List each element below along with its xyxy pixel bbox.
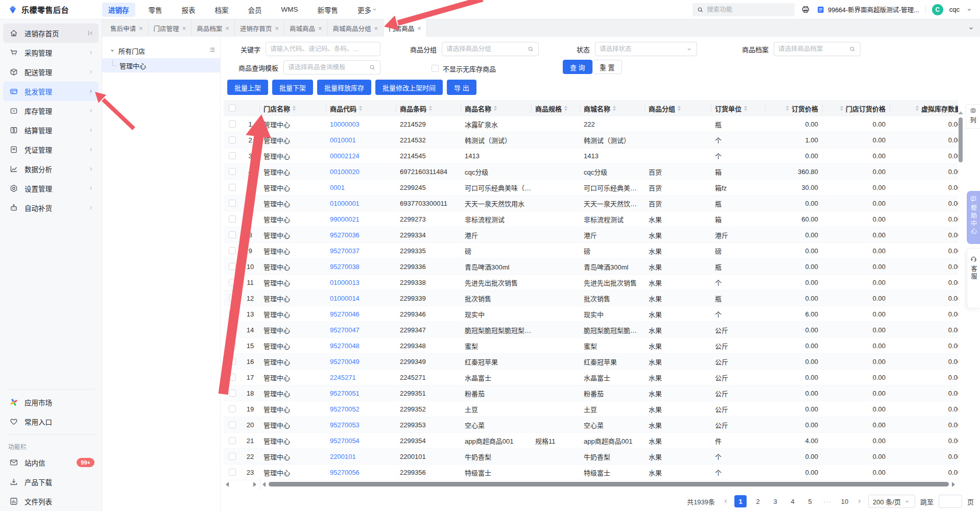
row-checkbox[interactable] — [229, 374, 236, 381]
page-4[interactable]: 4 — [786, 495, 799, 507]
search-button[interactable]: 查 询 — [563, 60, 592, 74]
close-icon[interactable]: × — [417, 25, 421, 32]
nav-retail[interactable]: 零售 — [142, 3, 169, 17]
sidebar-item-favorites[interactable]: 常用入口 — [3, 412, 99, 431]
tab-store-mgmt[interactable]: 门店管理× — [149, 19, 192, 37]
cell-code[interactable]: 01000014 — [326, 295, 396, 302]
row-checkbox[interactable] — [229, 310, 236, 318]
action-export[interactable]: 导 出 — [447, 80, 476, 95]
col-spec[interactable]: 商品规格 — [531, 100, 580, 116]
row-checkbox[interactable] — [229, 405, 236, 412]
cell-code[interactable]: 2245271 — [326, 374, 396, 381]
product-group-input[interactable] — [442, 42, 527, 56]
row-checkbox[interactable] — [229, 358, 236, 365]
tab-list-caret-icon[interactable] — [967, 19, 980, 37]
cell-code[interactable]: 2200101 — [326, 453, 396, 460]
global-search-input[interactable] — [707, 6, 783, 13]
sort-icon[interactable] — [429, 106, 432, 111]
row-checkbox[interactable] — [229, 295, 236, 302]
cell-code[interactable]: 95270038 — [326, 263, 396, 271]
chevron-down-icon[interactable] — [686, 46, 692, 53]
sort-icon[interactable] — [744, 106, 747, 111]
row-checkbox[interactable] — [229, 279, 236, 286]
table-scroll-right-arrow[interactable] — [952, 482, 955, 487]
cell-code[interactable]: 95270053 — [326, 421, 396, 429]
action-batch-release-stock[interactable]: 批量释放库存 — [317, 80, 371, 95]
cell-code[interactable]: 95270049 — [326, 358, 396, 366]
tab-after-sales[interactable]: 售后申请× — [105, 19, 149, 37]
col-store[interactable]: 门店名称 — [259, 100, 326, 116]
sidebar-item-analytics[interactable]: 数据分析 — [3, 159, 99, 179]
close-icon[interactable]: × — [225, 25, 229, 32]
query-template-input[interactable] — [284, 61, 369, 74]
action-batch-off-shelf[interactable]: 批量下架 — [272, 80, 313, 95]
user-menu-caret-icon[interactable] — [966, 6, 973, 13]
tab-mall-products[interactable]: 商城商品× — [284, 19, 328, 37]
nav-new-retail[interactable]: 新零售 — [312, 3, 345, 17]
close-icon[interactable]: × — [139, 25, 143, 32]
sort-icon[interactable] — [916, 106, 919, 111]
close-icon[interactable]: × — [182, 25, 186, 32]
row-checkbox[interactable] — [229, 469, 236, 476]
action-batch-on-shelf[interactable]: 批量上架 — [227, 80, 268, 95]
nav-reports[interactable]: 报表 — [176, 3, 202, 17]
sort-icon[interactable] — [359, 106, 362, 111]
row-checkbox[interactable] — [229, 390, 236, 397]
row-checkbox[interactable] — [229, 342, 236, 349]
product-archive-input[interactable] — [774, 42, 849, 56]
row-checkbox[interactable] — [229, 120, 236, 128]
avatar[interactable]: C — [932, 4, 943, 15]
tree-node-all-stores[interactable]: 所有门店 — [102, 44, 220, 57]
nav-more[interactable]: 更多 — [351, 3, 384, 17]
sidebar-item-inv-home[interactable]: 进销存首页 — [3, 23, 99, 43]
cell-code[interactable]: 95270036 — [326, 231, 396, 239]
row-checkbox[interactable] — [229, 136, 236, 143]
row-checkbox[interactable] — [229, 200, 236, 207]
page-2[interactable]: 2 — [752, 495, 764, 507]
row-checkbox[interactable] — [229, 421, 236, 428]
org-switcher[interactable]: 99664-新界面商超版测试-管理... — [817, 5, 919, 14]
checkbox[interactable] — [432, 65, 439, 72]
action-batch-modify-shelf-time[interactable]: 批量修改上架时间 — [375, 80, 443, 95]
sort-icon[interactable] — [678, 106, 681, 111]
page-1[interactable]: 1 — [734, 495, 747, 507]
horizontal-scrollbar[interactable] — [269, 482, 949, 486]
sidebar-item-auto-replenish[interactable]: 自动补货 — [3, 198, 99, 217]
cell-code[interactable]: 95270037 — [326, 247, 396, 255]
cell-code[interactable]: 95270047 — [326, 326, 396, 334]
column-settings-tab[interactable]: 列 — [966, 104, 980, 129]
sort-icon[interactable] — [293, 106, 296, 111]
cell-code[interactable]: 95270056 — [326, 469, 396, 476]
cell-code[interactable]: 01000013 — [326, 279, 396, 286]
page-5[interactable]: 5 — [804, 495, 816, 507]
printer-icon[interactable] — [801, 5, 810, 14]
col-select[interactable] — [224, 100, 241, 116]
tree-scroll-right-arrow[interactable] — [253, 482, 256, 487]
close-icon[interactable]: × — [374, 25, 378, 32]
sort-icon[interactable] — [494, 106, 497, 111]
cell-code[interactable]: 0010001 — [326, 136, 396, 144]
col-stock[interactable]: 虚拟库存数量 — [890, 100, 958, 116]
vertical-scrollbar[interactable] — [959, 117, 963, 162]
cell-code[interactable]: 10000003 — [326, 120, 396, 128]
sidebar-item-purchase[interactable]: 采购管理 — [3, 43, 99, 62]
row-checkbox[interactable] — [229, 152, 236, 159]
cell-code[interactable]: 0001 — [326, 184, 396, 191]
nav-members[interactable]: 会员 — [242, 3, 268, 17]
sort-icon[interactable] — [840, 106, 843, 111]
table-scroll-left-arrow[interactable] — [262, 482, 266, 487]
status-select-input[interactable] — [595, 42, 686, 56]
nav-archives[interactable]: 档案 — [209, 3, 235, 17]
nav-inventory[interactable]: 进销存 — [102, 3, 135, 17]
sidebar-item-messages[interactable]: 站内信99+ — [3, 453, 99, 472]
close-icon[interactable]: × — [275, 25, 279, 32]
page-10[interactable]: 10 — [839, 495, 851, 507]
col-store_price[interactable]: 门店订货价格 — [822, 100, 890, 116]
col-name[interactable]: 商品名称 — [461, 100, 531, 116]
col-barcode[interactable]: 商品条码 — [396, 100, 461, 116]
col-group[interactable]: 商品分组 — [644, 100, 711, 116]
row-checkbox[interactable] — [229, 263, 236, 270]
col-index[interactable] — [241, 100, 259, 116]
sort-icon[interactable] — [613, 106, 616, 111]
cell-code[interactable]: 00100020 — [326, 168, 396, 176]
